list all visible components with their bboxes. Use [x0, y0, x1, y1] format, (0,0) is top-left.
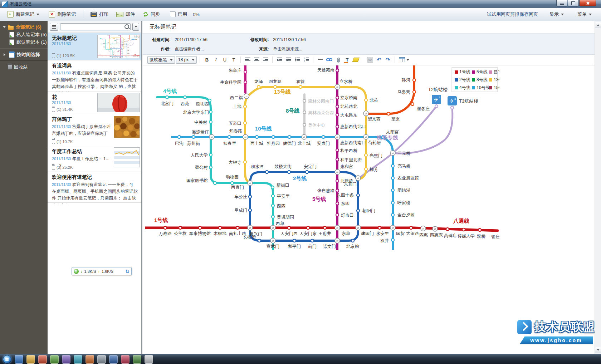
taskbar-app-icon[interactable]: [109, 355, 118, 364]
taskbar-app-icon[interactable]: [121, 355, 130, 364]
align-right-button[interactable]: [262, 56, 269, 64]
menu-button[interactable]: 菜单: [575, 10, 594, 19]
paperclip-icon: [52, 164, 55, 170]
outdent-button[interactable]: [284, 56, 292, 64]
format-painter-button[interactable]: AA: [366, 56, 374, 64]
font-size-select[interactable]: 18 px: [176, 56, 197, 64]
note-list-item[interactable]: 无标题笔记 2011/11/30 (1) 123.5K ⇄⇄⇄⇄⇄⇄⇄⇄⇄⇄⇄⇄…: [48, 33, 141, 60]
note-list-item[interactable]: 宫保鸡丁 2011/11/30 宫爆鸡丁原来是不叫宫爆鸡丁的，应该是宫保鸡丁的。…: [48, 114, 141, 146]
bold-button[interactable]: B: [203, 56, 211, 64]
author-value[interactable]: 点击编辑作者...: [175, 46, 234, 52]
note-thumbnail-chart: [114, 147, 140, 167]
new-note-dropdown-icon[interactable]: [36, 14, 39, 17]
insert-link-button[interactable]: [325, 56, 333, 64]
highlight-button[interactable]: [352, 56, 360, 64]
indent-button[interactable]: [275, 56, 283, 64]
font-family-select[interactable]: 微软雅黑: [147, 56, 175, 64]
svg-text:动物园: 动物园: [226, 174, 239, 179]
sync-button[interactable]: 同步: [141, 10, 162, 19]
minimize-button[interactable]: [556, 0, 567, 6]
close-button[interactable]: [579, 0, 596, 6]
search-icon[interactable]: [124, 24, 129, 29]
maximize-button[interactable]: [568, 0, 579, 6]
strikethrough-button[interactable]: T: [230, 56, 238, 64]
taskbar-app-icon[interactable]: [145, 355, 153, 364]
svg-text:4号线: 4号线: [163, 88, 177, 94]
taskbar-app-icon[interactable]: [62, 355, 70, 364]
horizontal-rule-button[interactable]: [316, 56, 324, 64]
align-center-button[interactable]: [253, 56, 260, 64]
redo-button[interactable]: ↷: [384, 56, 392, 64]
taskbar-app-icon[interactable]: [15, 355, 23, 364]
sidebar-item-trash[interactable]: 回收站: [0, 63, 48, 71]
sort-dropdown-button[interactable]: [132, 23, 139, 31]
display-caret-icon: [561, 14, 564, 17]
window-titlebar[interactable]: 有道云笔记: [0, 0, 601, 8]
taskbar-app-icon[interactable]: [38, 355, 47, 364]
sidebar-item-default-notebook[interactable]: 默认笔记本 (1): [0, 38, 48, 46]
font-color-button[interactable]: T: [343, 56, 351, 64]
note-date: 2011/11/30: [52, 41, 95, 46]
italic-button[interactable]: I: [212, 56, 220, 64]
display-menu-button[interactable]: 显示: [547, 10, 566, 19]
note-list-item[interactable]: 欢迎使用有道笔记 2011/11/30 欢迎来到有道笔记 一一免费，可在桌面版、…: [48, 172, 141, 203]
insert-table-button[interactable]: [398, 56, 410, 64]
note-editor-title[interactable]: 无标题笔记: [150, 24, 176, 30]
bullet-list-button[interactable]: [293, 56, 301, 64]
sync-icon: [143, 11, 148, 17]
taskbar-app-icon[interactable]: [26, 355, 35, 364]
mail-button[interactable]: 邮件: [114, 10, 137, 19]
print-button[interactable]: 打印: [88, 10, 111, 19]
start-button[interactable]: [3, 355, 11, 364]
svg-text:2号线: 2号线: [459, 77, 470, 82]
note-title: 有道词典: [52, 63, 138, 69]
svg-text:2: 2: [439, 96, 440, 99]
svg-text:8号线: 8号线: [477, 77, 488, 82]
svg-text:崇文门: 崇文门: [323, 244, 336, 249]
svg-text:望京: 望京: [391, 117, 400, 122]
taskbar-app-icon[interactable]: [50, 355, 59, 364]
numbered-list-button[interactable]: 12: [302, 56, 310, 64]
svg-text:四惠东: 四惠东: [430, 232, 443, 237]
note-list-item[interactable]: 年度工作总结 2011/11/30 年度工作总结： 1... 2... 3...…: [48, 146, 141, 172]
note-list-item[interactable]: 有道词典 2011/11/30 有道桌面词典是 网易 公司开发的一款翻译软件，有…: [48, 60, 141, 92]
note-list-item[interactable]: 花 2011/11/30 (1) 31.4K: [48, 92, 141, 114]
list-menu-button[interactable]: [50, 23, 58, 31]
paperclip-icon: [52, 107, 55, 112]
new-note-button[interactable]: 新建笔记: [5, 10, 41, 19]
svg-text:⇄: ⇄: [336, 240, 338, 242]
note-attachment-info: (1) 123.5K: [52, 53, 75, 58]
svg-text:⇄: ⇄: [303, 136, 305, 138]
undo-button[interactable]: ↶: [375, 56, 383, 64]
taskbar-app-icon[interactable]: [97, 355, 106, 364]
web-clip-link[interactable]: 试试用网页剪报保存网页: [487, 11, 538, 18]
svg-text:天安门东: 天安门东: [299, 231, 317, 236]
sync-refresh-icon[interactable]: ↻: [125, 269, 130, 274]
sidebar-item-by-time[interactable]: 按时间选择: [0, 51, 48, 58]
align-left-button[interactable]: [244, 56, 251, 64]
svg-text:北苑路北: 北苑路北: [340, 104, 357, 109]
svg-text:阜成门: 阜成门: [234, 208, 247, 213]
scroll-down-button[interactable]: [595, 347, 601, 353]
source-value[interactable]: 单击添加来源...: [273, 46, 332, 52]
taskbar-app-icon[interactable]: [74, 355, 82, 364]
scroll-up-button[interactable]: [595, 22, 601, 28]
search-input[interactable]: [60, 23, 131, 30]
windows-taskbar: [0, 354, 601, 364]
note-meta-panel: 创建时间: 2011/11/30 17:56 修改时间: 2011/11/30 …: [143, 33, 595, 55]
expand-icon[interactable]: [3, 26, 6, 29]
svg-text:永安里: 永安里: [376, 231, 389, 236]
sidebar-item-private-notebook[interactable]: 私人笔记本 (5): [0, 31, 48, 38]
taskbar-app-icon[interactable]: [85, 355, 94, 364]
collapse-icon[interactable]: [4, 53, 7, 56]
storage-icon: [170, 11, 176, 17]
attach-file-button[interactable]: [334, 56, 342, 64]
editor-scrollbar[interactable]: [595, 21, 601, 354]
delete-note-button[interactable]: 删除笔记: [47, 10, 78, 19]
trash-icon: [8, 65, 12, 69]
underline-button[interactable]: U: [221, 56, 229, 64]
svg-text:生命科学园: 生命科学园: [220, 80, 241, 85]
sidebar-item-all-notes[interactable]: 全部笔记 (6): [0, 23, 48, 31]
taskbar-app-icon[interactable]: [133, 355, 141, 364]
svg-text:⇄: ⇄: [272, 240, 274, 242]
